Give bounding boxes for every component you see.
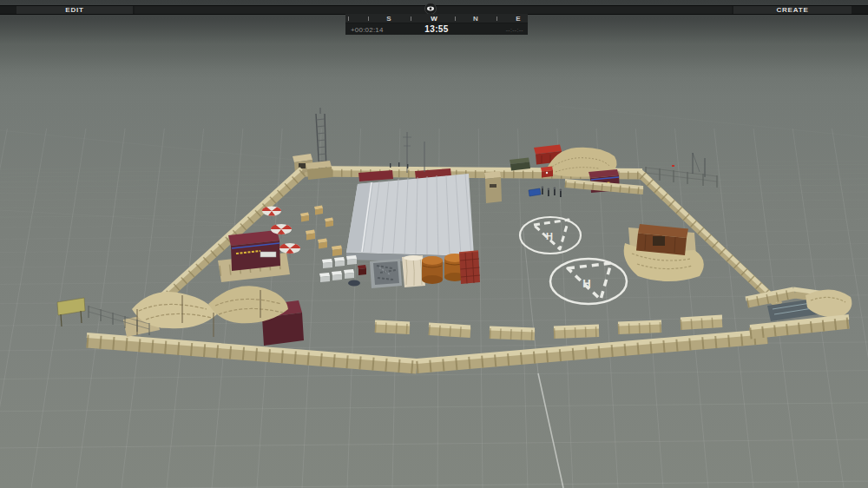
sandbag-emplacements[interactable] [375, 317, 722, 335]
wire-fence-right[interactable] [646, 153, 717, 188]
storage-hangar[interactable] [346, 132, 474, 263]
compass-letter-w: W [431, 15, 437, 23]
supply-crates[interactable] [300, 206, 342, 257]
helipad-letter: H [546, 231, 553, 241]
end-time: --:--:-- [506, 27, 523, 33]
compass-tick [496, 16, 497, 21]
se-corner-bunker[interactable] [746, 289, 852, 333]
tarp-stack[interactable] [402, 255, 425, 287]
compass-tick [455, 16, 456, 21]
guard-post[interactable] [484, 171, 502, 203]
flag-marker [672, 165, 674, 167]
camera-eye-icon[interactable] [424, 3, 437, 15]
compass-tick [368, 16, 369, 21]
helipad-marking-2[interactable]: H [550, 259, 627, 304]
time-row: +00:02:14 13:55 --:--:-- [345, 23, 528, 35]
clock[interactable]: 13:55 [424, 24, 449, 34]
3d-viewport[interactable]: H H [0, 0, 868, 488]
cage-container[interactable] [459, 251, 480, 284]
small-red-box[interactable] [358, 265, 366, 275]
table [260, 252, 276, 257]
warning-sign[interactable] [57, 298, 85, 326]
compass-letter-s: S [386, 15, 391, 23]
scrap-dumpster[interactable] [370, 259, 402, 288]
scene-svg: H H [0, 0, 868, 488]
sw-corner-bunker[interactable] [123, 286, 304, 346]
compass-letter-e: E [516, 15, 520, 23]
blue-tarp[interactable] [348, 280, 360, 287]
cargo-container-rust[interactable] [624, 224, 704, 281]
editor-screen: H H [0, 0, 868, 488]
status-panel: S W N E +00:02:14 13:55 --:--:-- [345, 14, 528, 35]
compass-tick [348, 16, 349, 21]
hesco-wall-front[interactable] [87, 332, 767, 367]
compass-ribbon[interactable]: S W N E [345, 14, 528, 23]
elapsed-time: +00:02:14 [351, 26, 384, 34]
compass-letter-n: N [473, 15, 478, 23]
edit-menu-button[interactable]: EDIT [16, 6, 133, 14]
soldiers-ne[interactable] [542, 187, 562, 198]
create-menu-button[interactable]: CREATE [733, 6, 852, 14]
compass-tick [411, 16, 411, 21]
helipad-letter: H [582, 277, 590, 290]
helipad-marking-1[interactable]: H [520, 217, 581, 254]
white-supply-boxes[interactable] [319, 255, 357, 282]
